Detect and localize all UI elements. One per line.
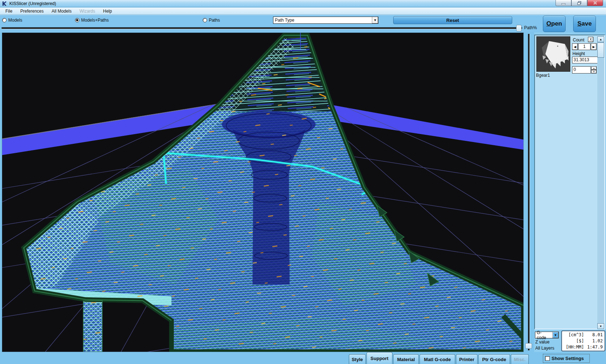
minimize-button[interactable] [556,0,571,6]
scroll-down-icon[interactable]: ▼ [597,323,604,329]
restore-icon [577,1,581,5]
show-settings-control[interactable]: Show Settings [543,354,590,363]
rotation-field[interactable]: 0 [572,66,591,74]
view-mode-value: G-code [535,330,552,340]
models-scrollbar[interactable]: ▲ ▼ [597,36,604,329]
path-type-value: Path Type [273,18,372,23]
show-settings-checkbox[interactable] [545,356,550,361]
rotation-spinner[interactable]: ▲ ▼ [591,66,597,74]
open-button[interactable]: Open [543,15,566,32]
model-list-item[interactable] [536,36,570,72]
radio-models-dot [2,18,6,22]
path-type-dropdown-icon[interactable]: ▼ [372,17,378,23]
radio-models-paths[interactable]: Models+Paths [75,17,109,23]
tab-support[interactable]: Support [366,352,392,364]
path-type-dropdown[interactable]: Path Type ▼ [273,17,378,24]
rotation-spin-up-icon[interactable]: ▲ [591,66,597,70]
remove-model-button[interactable]: X [588,37,593,42]
scroll-up-icon[interactable]: ▲ [597,36,604,42]
tab-printer[interactable]: Printer [456,354,478,364]
save-label: Save [578,20,592,27]
path-percent-label: Path% [524,25,537,30]
bottom-bar: Style Support Material Matl G-code Print… [0,352,606,364]
tab-material[interactable]: Material [393,354,419,364]
height-label: Height [572,51,585,56]
menu-file[interactable]: File [1,8,16,14]
open-label: Open [546,20,562,27]
count-increment-button[interactable]: ▶ [591,43,597,50]
tab-style[interactable]: Style [349,354,366,364]
viewport-3d-canvas[interactable] [2,32,524,352]
count-label: Count [573,37,584,43]
app-icon [2,1,7,6]
stat-volume: [cm^3]8.01 [564,332,603,338]
count-field[interactable]: 1 [578,43,590,50]
stat-time: [HH:MM]1:47.9 [564,344,603,350]
model-thumbnail-gear [537,37,570,71]
radio-paths-dot [203,18,207,22]
path-percent-slider[interactable] [1,27,522,29]
count-decrement-button[interactable]: ◀ [572,43,578,50]
scrollbar-thumb[interactable] [597,43,604,58]
tab-matl-gcode[interactable]: Matl G-code [420,354,455,364]
minimize-icon [561,1,566,5]
z-value-label: Z value [535,339,549,345]
radio-models-paths-dot [75,18,79,22]
tab-ptr-gcode[interactable]: Ptr G-code [478,354,510,364]
close-button[interactable] [587,0,603,6]
model-name-label: Bgear1 [536,73,550,78]
show-settings-label: Show Settings [552,356,584,361]
reset-button[interactable]: Reset [393,16,512,24]
view-mode-dropdown[interactable]: G-code ▼ [535,332,559,338]
stat-cost: [$]1.02 [564,338,603,344]
view-mode-dropdown-icon[interactable]: ▼ [552,332,558,338]
radio-models-paths-label: Models+Paths [81,18,109,23]
rotation-spin-down-icon[interactable]: ▼ [591,70,597,74]
all-layers-label: All Layers [535,346,554,351]
layer-slider[interactable] [524,32,534,352]
menu-bar: File Preferences All Models Wizards Help [0,8,606,15]
reset-label: Reset [446,18,459,23]
layer-slider-track[interactable] [528,34,530,350]
window-title: KISSlicer (Unregistered) [9,1,56,6]
height-field[interactable]: 31.3013 [572,57,598,63]
close-icon [593,1,597,5]
toolbar: Models Models+Paths Paths Path Type ▼ Re… [0,15,606,32]
save-button[interactable]: Save [573,15,596,32]
radio-models-label: Models [8,18,22,23]
menu-help[interactable]: Help [99,8,116,14]
menu-wizards: Wizards [75,8,99,14]
radio-paths[interactable]: Paths [203,17,220,23]
print-stats-box: [cm^3]8.01 [$]1.02 [HH:MM]1:47.9 [561,330,605,351]
models-list[interactable]: Count X ◀ 1 ▶ Height 31.3013 0 ▲ ▼ ° Bge… [534,35,605,329]
radio-paths-label: Paths [209,18,220,23]
layer-slider-thumb[interactable] [525,343,532,349]
tab-misc: Misc. [511,354,529,364]
path-percent-slider-thumb[interactable] [516,25,522,31]
title-bar: KISSlicer (Unregistered) [0,0,606,7]
menu-preferences[interactable]: Preferences [16,8,48,14]
radio-models[interactable]: Models [2,17,22,23]
restore-button[interactable] [571,0,587,6]
models-panel: Count X ◀ 1 ▶ Height 31.3013 0 ▲ ▼ ° Bge… [534,32,605,352]
menu-all-models[interactable]: All Models [48,8,75,14]
